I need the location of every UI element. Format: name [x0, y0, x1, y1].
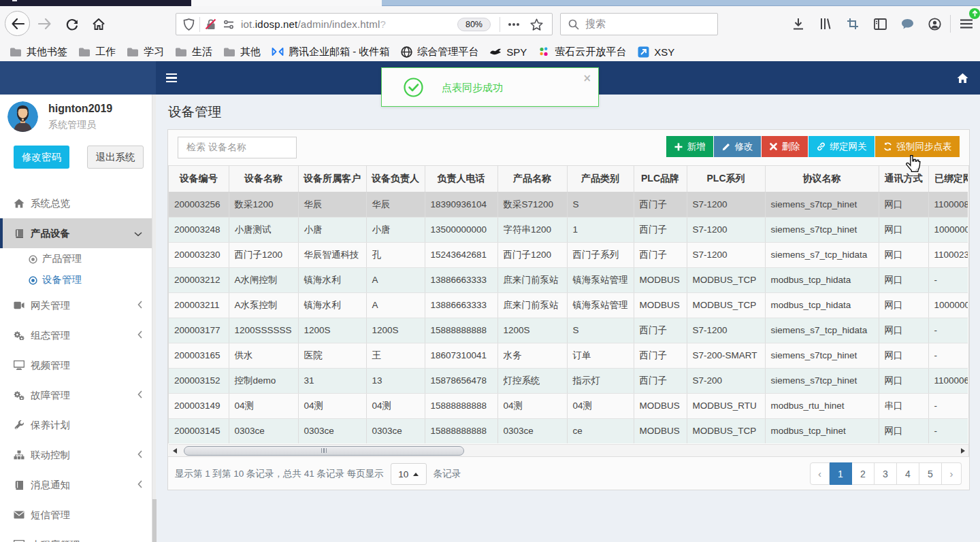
column-header[interactable]: 设备所属客户	[298, 166, 366, 192]
column-header[interactable]: 负责人电话	[425, 166, 497, 192]
sidebar-item-2[interactable]: 产品设备	[0, 218, 156, 248]
table-row[interactable]: 200003165供水医院王18607310041水务订单西门子S7-200-S…	[169, 343, 968, 368]
bookmark-item[interactable]: 腾讯企业邮箱 - 收件箱	[272, 46, 389, 58]
sidebar-item-10[interactable]: 短信管理	[0, 500, 156, 530]
sidebar-scrollbar[interactable]	[152, 95, 156, 542]
sidebar-item-4[interactable]: 组态管理	[0, 320, 156, 350]
column-header[interactable]: 产品类别	[567, 166, 634, 192]
back-button[interactable]	[5, 11, 30, 36]
page-next[interactable]: ›	[942, 462, 962, 485]
downloads-icon[interactable]	[785, 12, 812, 36]
screenshot-icon[interactable]	[839, 12, 866, 36]
table-row[interactable]: 200003212A水闸控制镇海水利A13886663333庶来门前泵站镇海泵站…	[169, 267, 968, 292]
sidebar-item-7[interactable]: 保养计划	[0, 410, 156, 440]
sidebar-item-3[interactable]: 网关管理	[0, 290, 156, 320]
column-header[interactable]: 设备编号	[169, 166, 229, 192]
action-button-5[interactable]: 强制同步点表	[875, 136, 960, 157]
insecure-lock-icon[interactable]	[205, 18, 217, 31]
account-icon[interactable]	[921, 12, 948, 36]
forward-button[interactable]	[37, 19, 53, 29]
scroll-right-arrow-icon[interactable]	[957, 445, 968, 456]
table-row[interactable]: 20000314904测04测04测1588888888804测04测MODBU…	[169, 393, 968, 418]
table-cell: 13	[366, 368, 425, 393]
action-button-2[interactable]: 修改	[714, 136, 761, 157]
table-row[interactable]: 200003248小唐测试小唐小唐13500000000字符串12001西门子S…	[169, 217, 968, 242]
sidebar-item-1[interactable]: 系统总览	[0, 188, 156, 218]
column-header[interactable]: PLC品牌	[634, 166, 687, 192]
column-header[interactable]: 协议名称	[765, 166, 879, 192]
sidebars-icon[interactable]	[866, 12, 894, 36]
action-button-4[interactable]: 绑定网关	[808, 136, 875, 157]
active-tab-sliver[interactable]	[191, 0, 382, 6]
logout-button[interactable]: 退出系统	[87, 146, 144, 169]
tracking-shield-icon[interactable]	[183, 18, 195, 31]
permissions-icon[interactable]	[223, 19, 235, 30]
sidebar-subitem[interactable]: 设备管理	[0, 269, 156, 290]
table-row[interactable]: 200003230西门子1200华辰智通科技孔15243642681西门子120…	[169, 242, 968, 267]
table-cell: A	[366, 292, 425, 318]
page-size-select[interactable]: 10	[391, 463, 427, 485]
page-4[interactable]: 4	[897, 462, 919, 485]
table-cell: 18390936104	[425, 192, 497, 217]
device-search-input[interactable]: 检索 设备名称	[178, 137, 297, 158]
bookmark-item[interactable]: 学习	[127, 46, 164, 58]
bookmark-item[interactable]: 其他书签	[10, 46, 67, 58]
table-cell: 数采1200	[229, 192, 298, 217]
page-3[interactable]: 3	[875, 462, 897, 485]
table-cell: 10000000	[928, 292, 968, 318]
sidebar-item-6[interactable]: 故障管理	[0, 380, 156, 410]
page-1[interactable]: 1	[830, 462, 852, 485]
bookmark-item[interactable]: 其他	[223, 46, 261, 58]
chat-bubble-icon[interactable]	[894, 12, 921, 36]
page-2[interactable]: 2	[852, 462, 875, 485]
table-row[interactable]: 200003152控制demo311315878656478灯控系统指示灯西门子…	[169, 368, 968, 393]
url-text[interactable]: iot.idosp.net/admin/index.html?	[241, 18, 386, 30]
column-header[interactable]: 通讯方式	[879, 166, 928, 192]
bookmark-item[interactable]: 生活	[175, 46, 212, 58]
bookmark-item[interactable]: 工作	[78, 46, 116, 58]
device-panel: 检索 设备名称 新增修改删除绑定网关强制同步点表 设备编号设备名称设备所属客户设…	[167, 129, 970, 490]
search-bar[interactable]: 搜索	[560, 13, 718, 35]
pagination-info: 显示第 1 到第 10 条记录，总共 41 条记录 每页显示 10 条记录	[175, 463, 461, 485]
address-bar[interactable]: iot.idosp.net/admin/index.html? 80%	[176, 13, 553, 35]
column-header[interactable]: 已绑定网关	[928, 166, 968, 192]
table-row[interactable]: 2000031771200SSSSSS1200S1200S15888888888…	[169, 318, 968, 343]
username: hignton2019	[48, 103, 112, 115]
app-home-icon[interactable]	[950, 61, 975, 95]
home-button[interactable]	[91, 18, 106, 31]
column-header[interactable]: PLC系列	[687, 166, 765, 192]
action-button-3[interactable]: 删除	[762, 136, 808, 157]
column-header[interactable]: 设备名称	[229, 166, 298, 192]
scroll-left-arrow-icon[interactable]	[169, 445, 180, 456]
table-cell: 0303ce	[366, 418, 425, 443]
bookmark-item[interactable]: 萤石云开放平台	[538, 46, 626, 58]
sidebar-subitem[interactable]: 产品管理	[0, 248, 156, 269]
table-row[interactable]: 200003256数采1200华辰华辰18390936104数采S71200S西…	[169, 192, 968, 217]
bookmark-star-icon[interactable]	[530, 18, 543, 31]
column-header[interactable]: 产品名称	[497, 166, 567, 192]
action-button-1[interactable]: 新增	[666, 136, 713, 157]
bookmark-item[interactable]: 综合管理平台	[400, 46, 478, 58]
sidebar-item-5[interactable]: 视频管理	[0, 350, 156, 380]
page-5[interactable]: 5	[919, 462, 942, 485]
zoom-indicator[interactable]: 80%	[457, 18, 491, 31]
page-actions-icon[interactable]	[508, 22, 520, 27]
table-row[interactable]: 2000031450303ce0303ce0303ce1588888888803…	[169, 418, 968, 443]
toast-close-icon[interactable]: ×	[583, 72, 591, 84]
column-header[interactable]: 设备负责人	[366, 166, 425, 192]
bookmark-item[interactable]: XSY	[637, 46, 674, 58]
horizontal-scrollbar[interactable]	[169, 444, 968, 456]
sidebar-item-11[interactable]: 小程序管理	[0, 530, 156, 542]
library-icon[interactable]	[812, 12, 839, 36]
scrollbar-thumb[interactable]	[184, 446, 464, 456]
page-prev[interactable]: ‹	[810, 462, 830, 485]
reload-button[interactable]	[65, 18, 80, 31]
sidebar-item-8[interactable]: 联动控制	[0, 440, 156, 470]
bookmark-item[interactable]: SPY	[489, 46, 527, 58]
sidebar-toggle[interactable]	[161, 61, 182, 95]
table-row[interactable]: 200003211A水泵控制镇海水利A13886663333庶来门前泵站镇海泵站…	[169, 292, 968, 318]
table-cell: A水泵控制	[229, 292, 298, 318]
change-password-button[interactable]: 修改密码	[14, 146, 69, 169]
sidebar-item-9[interactable]: 消息通知	[0, 470, 156, 500]
hamburger-menu-icon[interactable]	[953, 12, 980, 36]
